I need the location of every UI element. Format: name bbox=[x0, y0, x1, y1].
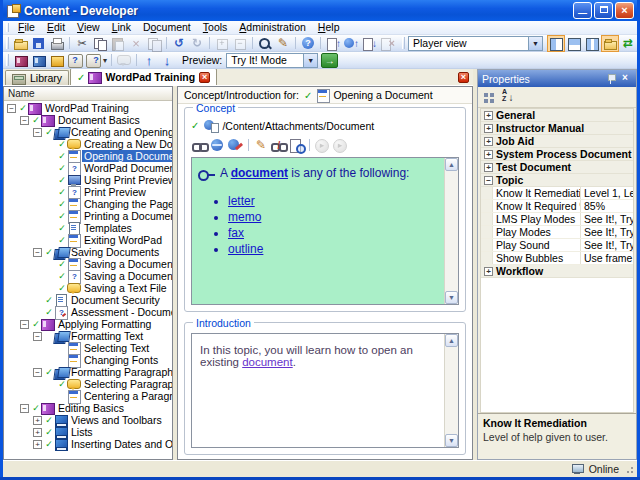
property-row[interactable]: Play SoundSee It!, Try It! bbox=[481, 239, 633, 252]
collapse-icon[interactable]: − bbox=[20, 404, 29, 413]
collapse-icon[interactable]: − bbox=[7, 104, 16, 113]
fax-link[interactable]: fax bbox=[228, 226, 244, 240]
tree-item[interactable]: ✓Opening a Document bbox=[4, 150, 172, 162]
split-vertical-icon[interactable] bbox=[548, 36, 564, 51]
collapse-icon[interactable]: − bbox=[33, 332, 42, 341]
collapse-icon[interactable]: − bbox=[20, 320, 29, 329]
property-value[interactable]: 85% bbox=[581, 200, 633, 212]
tree-item[interactable]: −✓Document Basics bbox=[4, 114, 172, 126]
tree-item[interactable]: ✓Selecting Paragraph Text bbox=[4, 378, 172, 390]
open-icon[interactable] bbox=[13, 36, 29, 51]
maximize-button[interactable] bbox=[594, 2, 613, 19]
expand-icon[interactable]: + bbox=[484, 124, 493, 133]
resize-grip[interactable] bbox=[625, 465, 633, 473]
frame-question-icon[interactable]: ? bbox=[67, 53, 83, 68]
property-row[interactable]: Show BubblesUse frame settings bbox=[481, 252, 633, 265]
collapse-icon[interactable]: − bbox=[33, 128, 42, 137]
tree-item[interactable]: ✓Saving a Document as a New File bbox=[4, 258, 172, 270]
close-tab-icon[interactable]: × bbox=[199, 72, 210, 83]
property-value[interactable]: Use frame settings bbox=[581, 252, 633, 264]
web-edit-icon[interactable] bbox=[228, 138, 244, 153]
close-pane-icon[interactable]: × bbox=[458, 72, 469, 83]
tree-item[interactable]: ✓Using Print Preview bbox=[4, 174, 172, 186]
property-value[interactable]: See It!, Try It!, Know It? bbox=[581, 213, 633, 225]
get-version-icon[interactable]: ↓ bbox=[361, 36, 377, 51]
tree-item[interactable]: +✓Inserting Dates and Objects bbox=[4, 438, 172, 450]
property-value[interactable]: See It!, Try It!, Know It... bbox=[581, 226, 633, 238]
tree-item[interactable]: Centering a Paragraph bbox=[4, 390, 172, 402]
scroll-down-icon[interactable]: ▼ bbox=[445, 291, 458, 304]
property-row[interactable]: Know It Required %85% bbox=[481, 200, 633, 213]
pin-icon[interactable] bbox=[604, 72, 618, 85]
tree-item[interactable]: −Formatting Text bbox=[4, 330, 172, 342]
check-in-icon[interactable]: ↑ bbox=[325, 36, 341, 51]
collapse-icon[interactable]: − bbox=[484, 176, 493, 185]
tree-item[interactable]: ✓Printing a Document bbox=[4, 210, 172, 222]
move-up-icon[interactable]: ↑ bbox=[141, 53, 157, 68]
menu-help[interactable]: Help bbox=[312, 21, 346, 33]
tree-item[interactable]: ✓Exiting WordPad bbox=[4, 234, 172, 246]
document-link[interactable]: document bbox=[242, 356, 293, 368]
collapse-icon[interactable]: − bbox=[33, 368, 42, 377]
introduction-scrollbar[interactable]: ▲▼ bbox=[444, 334, 458, 447]
property-row[interactable]: Play ModesSee It!, Try It!, Know It... bbox=[481, 226, 633, 239]
tree-item[interactable]: −✓Editing Basics bbox=[4, 402, 172, 414]
expand-icon[interactable]: + bbox=[484, 137, 493, 146]
tree-item[interactable]: ✓Document Security bbox=[4, 294, 172, 306]
tree-item[interactable]: ✓?Saving a Document bbox=[4, 270, 172, 282]
tree-item[interactable]: Changing Fonts bbox=[4, 354, 172, 366]
property-value[interactable]: Level 1, Level 2, Level 3 bbox=[581, 187, 633, 199]
category-row[interactable]: +Workflow bbox=[481, 265, 633, 278]
letter-link[interactable]: letter bbox=[228, 194, 255, 208]
copy-icon[interactable] bbox=[92, 36, 108, 51]
edit-content-icon[interactable] bbox=[49, 53, 65, 68]
category-row[interactable]: −Topic bbox=[481, 174, 633, 187]
tab-library[interactable]: Library bbox=[5, 70, 69, 85]
menu-view[interactable]: View bbox=[71, 21, 106, 33]
menu-file[interactable]: File bbox=[12, 21, 41, 33]
tree-item[interactable]: −✓Creating and Opening Documents bbox=[4, 126, 172, 138]
tree-item[interactable]: ✓Changing the Page Setup bbox=[4, 198, 172, 210]
category-row[interactable]: +System Process Document bbox=[481, 148, 633, 161]
save-icon[interactable] bbox=[31, 36, 47, 51]
expand-icon[interactable]: + bbox=[33, 440, 42, 449]
link-icon[interactable] bbox=[192, 138, 208, 153]
player-view-combobox[interactable]: Player view ▼ bbox=[408, 36, 543, 51]
menu-link[interactable]: Link bbox=[106, 21, 137, 33]
menu-document[interactable]: Document bbox=[137, 21, 197, 33]
publish-icon[interactable] bbox=[13, 53, 29, 68]
scroll-up-icon[interactable]: ▲ bbox=[445, 334, 458, 347]
property-row[interactable]: LMS Play ModesSee It!, Try It!, Know It? bbox=[481, 213, 633, 226]
web-icon[interactable] bbox=[210, 138, 226, 153]
sort-az-icon[interactable]: ↓ bbox=[500, 90, 516, 105]
expand-icon[interactable]: + bbox=[484, 163, 493, 172]
tree-item[interactable]: −✓Formatting Paragraphs bbox=[4, 366, 172, 378]
scroll-down-icon[interactable]: ▼ bbox=[445, 434, 458, 447]
expand-icon[interactable]: + bbox=[484, 267, 493, 276]
tree-item[interactable]: ✓Saving a Text File bbox=[4, 282, 172, 294]
split-columns-icon[interactable] bbox=[584, 36, 600, 51]
preview-go-button[interactable]: → bbox=[321, 53, 338, 68]
concept-scrollbar[interactable]: ▲▼ bbox=[444, 158, 458, 304]
minimize-button[interactable]: — bbox=[573, 2, 592, 19]
category-row[interactable]: +Instructor Manual bbox=[481, 122, 633, 135]
broken-link-icon[interactable]: / bbox=[271, 138, 287, 153]
property-value[interactable]: See It!, Try It! bbox=[581, 239, 633, 251]
category-row[interactable]: +Test Document bbox=[481, 161, 633, 174]
menu-tools[interactable]: Tools bbox=[197, 21, 234, 33]
category-row[interactable]: +Job Aid bbox=[481, 135, 633, 148]
refresh-icon[interactable]: ⇄ bbox=[620, 36, 636, 51]
menu-edit[interactable]: Edit bbox=[41, 21, 71, 33]
property-row[interactable]: Know It RemediationLevel 1, Level 2, Lev… bbox=[481, 187, 633, 200]
categorized-icon[interactable] bbox=[482, 90, 498, 105]
tree-item[interactable]: ✓?WordPad Documents bbox=[4, 162, 172, 174]
preview-mode-combobox[interactable]: Try It! Mode ▼ bbox=[226, 53, 318, 68]
check-out-web-icon[interactable]: ↑ bbox=[343, 36, 359, 51]
tree-item[interactable]: ✓Templates bbox=[4, 222, 172, 234]
cut-icon[interactable]: ✂ bbox=[74, 36, 90, 51]
tree-item[interactable]: −✓Applying Formatting bbox=[4, 318, 172, 330]
chevron-down-icon[interactable]: ▼ bbox=[303, 54, 317, 67]
expand-icon[interactable]: + bbox=[33, 416, 42, 425]
document-link[interactable]: document bbox=[231, 166, 288, 180]
collapse-icon[interactable]: − bbox=[20, 116, 29, 125]
